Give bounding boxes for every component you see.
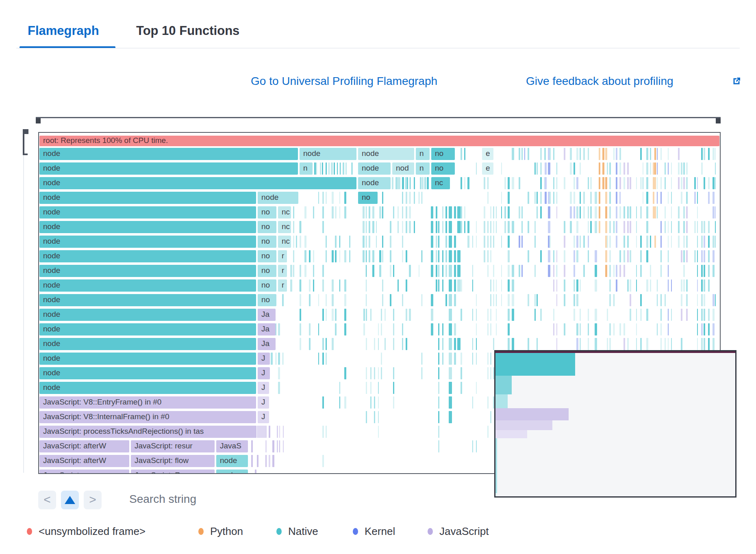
flame-stripe[interactable] xyxy=(708,221,710,233)
flame-stripe[interactable] xyxy=(490,309,491,321)
flame-stripe[interactable] xyxy=(332,294,334,306)
flame-stripe[interactable] xyxy=(540,148,542,160)
flame-stripe[interactable] xyxy=(660,250,662,262)
flame-stripe[interactable] xyxy=(366,382,367,394)
flame-stripe[interactable] xyxy=(454,353,456,365)
flame-stripe[interactable] xyxy=(660,294,662,306)
flame-stripe[interactable] xyxy=(671,338,672,350)
flame-stripe[interactable] xyxy=(427,177,429,189)
flame-stripe[interactable] xyxy=(366,338,367,350)
flame-stripe[interactable] xyxy=(609,279,611,292)
flame-stripe[interactable] xyxy=(616,148,617,160)
flame-stripe[interactable] xyxy=(574,250,575,262)
flame-stripe[interactable] xyxy=(550,192,551,204)
flame-stripe[interactable] xyxy=(678,162,680,175)
flame-stripe[interactable] xyxy=(255,470,257,474)
flame-stripe[interactable] xyxy=(366,411,367,423)
flame-stripe[interactable] xyxy=(713,265,715,277)
flame-stripe[interactable] xyxy=(609,221,611,233)
flame-stripe[interactable] xyxy=(540,162,542,175)
flame-stripe[interactable] xyxy=(421,294,422,306)
flame-stripe[interactable] xyxy=(681,309,682,321)
flame-stripe[interactable] xyxy=(449,353,452,365)
flame-stripe[interactable] xyxy=(540,192,542,204)
flame-stripe[interactable] xyxy=(490,250,491,262)
flame-stripe[interactable] xyxy=(609,162,611,175)
flame-stripe[interactable] xyxy=(595,338,597,350)
flame-stripe[interactable] xyxy=(344,192,346,204)
flame-frame[interactable]: no xyxy=(258,221,276,233)
flame-stripe[interactable] xyxy=(405,177,407,189)
flame-stripe[interactable] xyxy=(476,221,477,233)
flame-stripe[interactable] xyxy=(681,250,682,262)
flame-stripe[interactable] xyxy=(605,250,608,262)
flame-stripe[interactable] xyxy=(282,294,283,306)
flame-stripe[interactable] xyxy=(322,162,323,175)
flame-stripe[interactable] xyxy=(627,206,629,219)
flame-stripe[interactable] xyxy=(704,309,705,321)
flame-stripe[interactable] xyxy=(438,279,439,292)
flame-stripe[interactable] xyxy=(363,323,365,335)
flame-frame[interactable]: JavaScript: resur xyxy=(131,440,215,452)
flame-stripe[interactable] xyxy=(366,294,367,306)
flame-stripe[interactable] xyxy=(326,309,327,321)
flame-stripe[interactable] xyxy=(393,338,394,350)
flame-stripe[interactable] xyxy=(393,206,394,219)
flame-stripe[interactable] xyxy=(686,192,687,204)
flame-frame[interactable]: no xyxy=(431,148,455,160)
flame-stripe[interactable] xyxy=(493,265,495,277)
flame-stripe[interactable] xyxy=(665,338,666,350)
flame-frame[interactable]: node xyxy=(258,192,298,204)
flame-stripe[interactable] xyxy=(363,236,365,248)
flame-frame[interactable]: node xyxy=(39,148,298,160)
flame-stripe[interactable] xyxy=(580,192,580,204)
flame-stripe[interactable] xyxy=(438,353,439,365)
flame-stripe[interactable] xyxy=(442,338,443,350)
flame-stripe[interactable] xyxy=(487,265,489,277)
flame-stripe[interactable] xyxy=(619,206,621,219)
flame-stripe[interactable] xyxy=(660,177,662,189)
flame-stripe[interactable] xyxy=(713,206,715,219)
flame-stripe[interactable] xyxy=(660,236,662,248)
flame-stripe[interactable] xyxy=(708,323,710,335)
flame-stripe[interactable] xyxy=(556,206,557,219)
flame-stripe[interactable] xyxy=(605,265,608,277)
flame-stripe[interactable] xyxy=(496,279,497,292)
flame-stripe[interactable] xyxy=(369,236,370,248)
flame-stripe[interactable] xyxy=(583,192,585,204)
flame-stripe[interactable] xyxy=(540,309,542,321)
flame-stripe[interactable] xyxy=(454,338,456,350)
flame-stripe[interactable] xyxy=(640,265,642,277)
flame-stripe[interactable] xyxy=(402,206,403,219)
flame-stripe[interactable] xyxy=(454,236,456,248)
flame-frame[interactable]: r xyxy=(278,279,287,292)
flame-stripe[interactable] xyxy=(290,279,292,292)
flame-stripe[interactable] xyxy=(627,250,629,262)
flame-stripe[interactable] xyxy=(351,162,353,175)
flame-stripe[interactable] xyxy=(504,206,506,219)
flame-stripe[interactable] xyxy=(534,236,536,248)
flame-stripe[interactable] xyxy=(704,221,705,233)
flame-stripe[interactable] xyxy=(616,162,617,175)
flame-stripe[interactable] xyxy=(419,265,419,277)
flame-stripe[interactable] xyxy=(640,206,642,219)
flame-frame[interactable]: JavaScript: afterW xyxy=(39,455,129,467)
flame-stripe[interactable] xyxy=(576,279,578,292)
search-prev-button[interactable]: < xyxy=(38,491,56,509)
flame-stripe[interactable] xyxy=(512,294,514,306)
flame-stripe[interactable] xyxy=(277,426,278,438)
flame-stripe[interactable] xyxy=(454,265,456,277)
flame-stripe[interactable] xyxy=(457,250,461,262)
flame-stripe[interactable] xyxy=(445,265,447,277)
flame-stripe[interactable] xyxy=(528,294,529,306)
flame-stripe[interactable] xyxy=(654,236,656,248)
flame-stripe[interactable] xyxy=(293,221,294,233)
flame-stripe[interactable] xyxy=(501,192,502,204)
flame-stripe[interactable] xyxy=(424,177,426,189)
flame-stripe[interactable] xyxy=(619,162,621,175)
flame-stripe[interactable] xyxy=(590,192,592,204)
flame-stripe[interactable] xyxy=(657,294,658,306)
flame-stripe[interactable] xyxy=(322,192,324,204)
flame-stripe[interactable] xyxy=(519,206,520,219)
flame-stripe[interactable] xyxy=(654,148,656,160)
